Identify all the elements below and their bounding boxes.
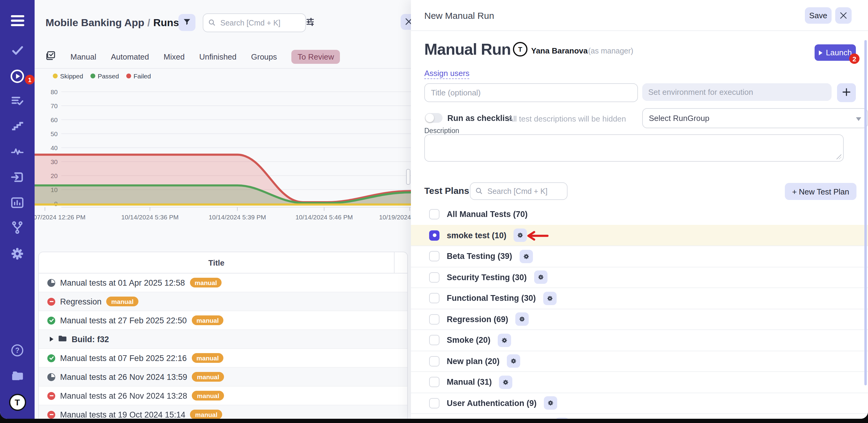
plan-settings-button[interactable]	[534, 271, 548, 284]
menu-icon[interactable]	[0, 15, 35, 27]
tab-select-icon[interactable]	[45, 51, 56, 63]
svg-text:50: 50	[51, 130, 58, 137]
pulse-icon[interactable]	[0, 145, 35, 158]
plan-settings-button[interactable]	[498, 334, 511, 347]
status-passed-icon	[48, 354, 55, 362]
plan-checkbox[interactable]	[429, 209, 439, 220]
test-plan-row[interactable]: All Manual Tests (70)	[411, 204, 868, 225]
new-test-plan-button[interactable]: + New Test Plan	[785, 183, 857, 200]
tab-automated[interactable]: Automated	[111, 52, 149, 61]
left-panel-scrollbar[interactable]	[406, 169, 410, 185]
plan-settings-button[interactable]	[544, 397, 557, 410]
divider	[35, 68, 411, 69]
help-icon[interactable]: ?	[0, 343, 35, 357]
manual-badge: manual	[190, 409, 222, 419]
run-title-input[interactable]	[424, 83, 638, 102]
play-icon	[818, 50, 822, 55]
runs-panel: Mobile Banking App/Runs Manual Automated…	[35, 0, 411, 419]
plan-settings-button[interactable]	[499, 375, 513, 389]
runs-search-input[interactable]	[219, 18, 301, 28]
test-plan-row[interactable]: Beta Testing (39)	[411, 246, 868, 266]
toggle-knob	[426, 114, 434, 122]
runs-table: Title Manual tests at 01 Apr 2025 12:58 …	[38, 252, 408, 419]
table-row[interactable]: Manual tests at 07 Feb 2025 22:16 manual	[39, 349, 407, 368]
tab-unfinished[interactable]: Unfinished	[199, 52, 237, 61]
add-environment-button[interactable]	[837, 83, 856, 102]
test-plan-row[interactable]: User Authentication (9)	[411, 392, 868, 413]
status-partial-icon	[48, 373, 55, 381]
runs-search[interactable]	[203, 13, 306, 32]
description-textarea[interactable]	[424, 134, 844, 162]
plan-settings-button[interactable]	[556, 418, 569, 419]
table-row[interactable]: Manual tests at 26 Nov 2024 13:28 manual	[39, 387, 407, 405]
right-panel-scrollbar[interactable]	[864, 40, 867, 385]
test-plan-row[interactable]: New plan (20)	[411, 350, 868, 371]
table-row[interactable]: Manual tests at 01 Apr 2025 12:58 manual	[39, 274, 407, 292]
test-plan-row[interactable]: Security Testing (30)	[411, 266, 868, 287]
steps-icon[interactable]	[0, 120, 35, 133]
breadcrumb-project[interactable]: Mobile Banking App	[45, 17, 145, 29]
svg-text:07/2024 12:26 PM: 07/2024 12:26 PM	[35, 214, 86, 221]
table-row-folder[interactable]: Build: f32	[39, 330, 407, 349]
tab-groups[interactable]: Groups	[251, 52, 277, 61]
assign-users-link[interactable]: Assign users	[424, 69, 469, 79]
test-plans-search-input[interactable]	[486, 186, 562, 196]
bar-chart-icon[interactable]	[0, 196, 35, 210]
plan-checkbox[interactable]	[429, 356, 439, 366]
plan-settings-button[interactable]	[543, 292, 557, 305]
plan-checkbox[interactable]	[429, 272, 439, 283]
plan-settings-button[interactable]	[507, 355, 520, 368]
plan-checkbox[interactable]	[429, 293, 439, 304]
test-plan-row[interactable]: Manual (31)	[411, 371, 868, 392]
settings-gear-icon[interactable]	[0, 247, 35, 261]
filter-button[interactable]	[179, 14, 195, 31]
runs-count-badge: 1	[25, 75, 35, 84]
test-plan-row[interactable]: Functional Testing (30)	[411, 287, 868, 308]
svg-text:10/19/2024: 10/19/2024	[379, 214, 411, 221]
table-row[interactable]: Regression manual	[39, 292, 407, 311]
svg-text:10/14/2024 5:46 PM: 10/14/2024 5:46 PM	[295, 214, 353, 221]
table-row[interactable]: Manual tests at 19 Oct 2024 15:14 manual	[39, 405, 407, 419]
plan-checkbox[interactable]	[429, 314, 439, 325]
test-plan-row[interactable]: Smoke (20)	[411, 330, 868, 350]
breadcrumb-separator: /	[145, 17, 153, 29]
rungroup-select[interactable]: Select RunGroup	[642, 108, 868, 128]
table-row[interactable]: Manual tests at 27 Feb 2025 22:50 manual	[39, 311, 407, 330]
description-label: Description	[424, 127, 459, 134]
environment-input[interactable]	[642, 83, 832, 101]
run-as-checklist-toggle[interactable]	[425, 113, 442, 123]
test-plans-search[interactable]	[470, 182, 567, 200]
filter-settings-icon[interactable]	[305, 17, 315, 29]
column-divider	[394, 252, 395, 273]
folder-icon[interactable]	[0, 369, 35, 382]
tests-check-icon[interactable]	[0, 44, 35, 57]
testomat-logo[interactable]: T	[0, 394, 35, 411]
resize-handle-icon[interactable]	[836, 154, 841, 159]
plan-checkbox[interactable]	[429, 251, 439, 262]
plan-settings-button[interactable]	[516, 313, 529, 326]
save-button[interactable]: Save	[805, 7, 832, 24]
tab-to-review[interactable]: To Review	[292, 50, 340, 63]
test-plan-row-clipped[interactable]: Account Management (11)	[411, 413, 868, 419]
plan-checkbox[interactable]	[429, 398, 439, 408]
plan-checkbox-checked[interactable]	[429, 230, 439, 241]
plan-checkbox[interactable]	[429, 377, 439, 388]
test-plan-row-selected[interactable]: smoke test (10)	[411, 225, 868, 246]
panel-close-button[interactable]	[835, 7, 851, 24]
table-row[interactable]: Manual tests at 26 Nov 2024 13:59 manual	[39, 368, 407, 387]
tab-mixed[interactable]: Mixed	[163, 52, 185, 61]
plan-settings-button[interactable]	[520, 250, 533, 263]
tab-manual[interactable]: Manual	[70, 52, 96, 61]
title-column-header[interactable]: Title	[39, 258, 394, 267]
branch-icon[interactable]	[0, 221, 35, 234]
expand-caret-icon[interactable]	[50, 337, 54, 342]
import-icon[interactable]	[0, 170, 35, 184]
search-icon	[475, 186, 483, 197]
funnel-icon	[183, 17, 191, 28]
runs-tabs: Manual Automated Mixed Unfinished Groups…	[45, 49, 340, 64]
plan-checkbox[interactable]	[429, 335, 439, 345]
test-plan-row[interactable]: Regression (69)	[411, 308, 868, 330]
checklist-hint: All test descriptions will be hidden	[508, 114, 626, 123]
svg-text:10/14/2024 5:39 PM: 10/14/2024 5:39 PM	[209, 214, 266, 221]
list-check-icon[interactable]	[0, 94, 35, 108]
